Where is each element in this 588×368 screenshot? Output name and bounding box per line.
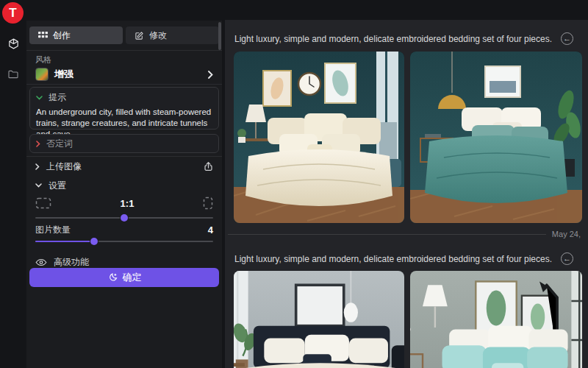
divider xyxy=(26,156,222,157)
slider-thumb[interactable] xyxy=(90,238,98,245)
gallery-row-header: Light luxury, simple and modern, delicat… xyxy=(234,252,581,265)
gallery-row-header: Light luxury, simple and modern, delicat… xyxy=(234,32,581,45)
slider-thumb[interactable] xyxy=(121,214,128,222)
advanced-features-label: 高级功能 xyxy=(54,256,89,269)
aspect-ratio-row: 1:1 xyxy=(35,194,213,212)
gallery-image-row xyxy=(234,271,582,368)
advanced-features-toggle[interactable]: 高级功能 xyxy=(35,255,89,269)
app-logo[interactable]: T xyxy=(2,2,24,24)
style-value: 增强 xyxy=(54,68,202,81)
chevron-down-icon xyxy=(35,183,42,188)
date-divider-row: May 24, xyxy=(228,228,581,240)
landscape-ratio-icon[interactable] xyxy=(35,197,51,209)
app-logo-letter: T xyxy=(9,6,16,21)
reuse-prompt-icon[interactable]: ← xyxy=(561,252,573,265)
panel-scrollbar-thumb[interactable] xyxy=(218,22,221,50)
reuse-prompt-icon[interactable]: ← xyxy=(561,32,573,45)
portrait-ratio-icon[interactable] xyxy=(203,197,213,210)
divider xyxy=(26,84,222,85)
divider-line xyxy=(228,234,546,235)
mode-tabs: 创作 修改 xyxy=(29,26,219,44)
upload-icon[interactable] xyxy=(204,161,213,171)
tab-create-label: 创作 xyxy=(53,29,71,42)
control-panel: 创作 修改 风格 增强 提示 An underground city xyxy=(26,21,222,368)
bedroom-scene-aqua xyxy=(410,271,582,368)
divider xyxy=(26,50,222,51)
style-section-label: 风格 xyxy=(35,54,51,66)
grid-icon xyxy=(38,32,48,40)
prompt-section[interactable]: 提示 An underground city, filled with stea… xyxy=(29,87,219,130)
upload-image-section[interactable]: 上传图像 xyxy=(29,158,219,175)
generated-image[interactable] xyxy=(234,271,404,368)
prompt-section-label: 提示 xyxy=(49,91,66,104)
tab-modify[interactable]: 修改 xyxy=(126,26,219,44)
sidebar-item-generate[interactable] xyxy=(0,31,26,56)
gallery-prompt-text: Light luxury, simple and modern, delicat… xyxy=(234,34,552,44)
date-label: May 24, xyxy=(552,230,581,238)
settings-section[interactable]: 设置 xyxy=(29,177,219,194)
eye-icon xyxy=(35,258,47,266)
style-selector[interactable]: 增强 xyxy=(29,65,219,84)
image-count-row: 图片数量 4 xyxy=(35,224,213,236)
settings-section-label: 设置 xyxy=(49,180,66,192)
generated-image[interactable] xyxy=(410,52,582,223)
cube-icon xyxy=(7,38,20,50)
folder-icon xyxy=(7,68,19,80)
image-count-value: 4 xyxy=(208,224,213,236)
gallery-image-row xyxy=(234,52,582,223)
image-count-label: 图片数量 xyxy=(35,224,71,236)
sidebar-item-assets[interactable] xyxy=(0,62,26,87)
edit-icon xyxy=(135,31,144,40)
negative-section-label: 否定词 xyxy=(46,138,73,150)
gallery-prompt-text: Light luxury, simple and modern, delicat… xyxy=(234,254,552,264)
bedroom-scene-cream xyxy=(234,52,404,223)
image-count-slider[interactable] xyxy=(35,237,213,246)
tab-create[interactable]: 创作 xyxy=(29,26,123,44)
chevron-right-icon xyxy=(36,141,40,147)
chevron-right-icon xyxy=(35,163,40,170)
confirm-button-label: 确定 xyxy=(123,271,142,284)
upload-section-label: 上传图像 xyxy=(46,160,82,173)
slider-fill xyxy=(35,241,94,242)
moon-icon xyxy=(107,272,118,283)
aspect-ratio-slider[interactable] xyxy=(35,213,213,222)
confirm-button[interactable]: 确定 xyxy=(29,268,219,287)
bedroom-scene-gray xyxy=(234,271,404,368)
bedroom-scene-teal xyxy=(410,52,582,223)
negative-prompt-section[interactable]: 否定词 xyxy=(29,134,219,153)
tab-modify-label: 修改 xyxy=(149,29,167,42)
generated-image[interactable] xyxy=(410,271,582,368)
left-rail: T xyxy=(0,0,26,368)
gallery-area: Light luxury, simple and modern, delicat… xyxy=(225,20,588,368)
chevron-down-icon xyxy=(36,96,43,100)
style-thumbnail xyxy=(35,68,49,81)
chevron-right-icon xyxy=(208,71,213,79)
generated-image[interactable] xyxy=(234,52,404,223)
aspect-ratio-value: 1:1 xyxy=(121,198,135,209)
